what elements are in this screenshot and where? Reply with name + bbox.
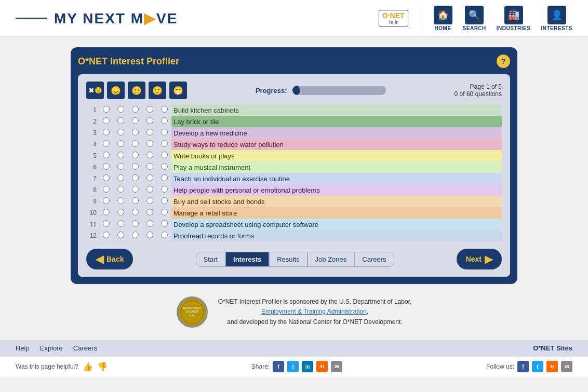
step-interests[interactable]: Interests <box>225 252 269 267</box>
radio-option-4[interactable] <box>142 150 157 161</box>
step-start[interactable]: Start <box>196 252 225 267</box>
table-row: 12Proofread records or forms <box>86 230 502 241</box>
row-number: 9 <box>86 196 99 207</box>
twitter-share-icon[interactable]: t <box>287 361 299 372</box>
radio-option-5[interactable] <box>157 184 171 196</box>
step-job-zones[interactable]: Job Zones <box>308 252 355 267</box>
radio-option-5[interactable] <box>157 150 171 161</box>
nav-interests[interactable]: 👤 INTERESTS <box>541 6 572 31</box>
home-icon: 🏠 <box>434 6 452 24</box>
radio-option-5[interactable] <box>157 196 171 207</box>
interests-label: INTERESTS <box>541 25 572 31</box>
radio-option-1[interactable] <box>99 173 113 184</box>
radio-option-1[interactable] <box>99 116 113 127</box>
footer-link-explore[interactable]: Explore <box>40 344 63 352</box>
table-row: 8Help people with personal or emotional … <box>86 184 502 196</box>
next-button[interactable]: Next ▶ <box>457 249 502 269</box>
radio-option-3[interactable] <box>128 127 142 139</box>
footer-link-careers[interactable]: Careers <box>73 344 97 352</box>
radio-option-2[interactable] <box>113 184 128 196</box>
radio-option-3[interactable] <box>128 139 142 150</box>
facebook-follow-icon[interactable]: f <box>517 361 529 372</box>
radio-option-3[interactable] <box>128 104 142 116</box>
radio-option-5[interactable] <box>157 139 171 150</box>
radio-option-1[interactable] <box>99 127 113 139</box>
radio-option-1[interactable] <box>99 104 113 116</box>
radio-option-3[interactable] <box>128 161 142 173</box>
radio-option-2[interactable] <box>113 196 128 207</box>
radio-option-3[interactable] <box>128 150 142 161</box>
radio-option-1[interactable] <box>99 230 113 241</box>
radio-option-5[interactable] <box>157 173 171 184</box>
row-number: 11 <box>86 219 99 230</box>
email-follow-icon[interactable]: ✉ <box>561 361 572 372</box>
thumbs-down-button[interactable]: 👎 <box>97 362 108 372</box>
svg-text:OF LABOR: OF LABOR <box>185 310 199 313</box>
onet-logo: O·NET in·it <box>379 10 408 26</box>
radio-option-1[interactable] <box>99 161 113 173</box>
radio-option-1[interactable] <box>99 139 113 150</box>
radio-option-5[interactable] <box>157 219 171 230</box>
radio-option-3[interactable] <box>128 116 142 127</box>
radio-option-4[interactable] <box>142 173 157 184</box>
step-careers[interactable]: Careers <box>354 252 394 267</box>
radio-option-1[interactable] <box>99 219 113 230</box>
radio-option-4[interactable] <box>142 127 157 139</box>
table-row: 11Develop a spreadsheet using computer s… <box>86 219 502 230</box>
radio-option-4[interactable] <box>142 104 157 116</box>
nav-home[interactable]: 🏠 HOME <box>434 6 452 31</box>
radio-option-3[interactable] <box>128 196 142 207</box>
radio-option-4[interactable] <box>142 230 157 241</box>
facebook-share-icon[interactable]: f <box>273 361 284 372</box>
radio-option-2[interactable] <box>113 207 128 219</box>
rss-share-icon[interactable]: ↻ <box>316 361 328 372</box>
table-row: 1Build kitchen cabinets <box>86 104 502 116</box>
radio-option-2[interactable] <box>113 127 128 139</box>
rss-follow-icon[interactable]: ↻ <box>546 361 558 372</box>
radio-option-1[interactable] <box>99 207 113 219</box>
radio-option-2[interactable] <box>113 173 128 184</box>
radio-option-5[interactable] <box>157 127 171 139</box>
radio-option-2[interactable] <box>113 104 128 116</box>
footer-link-help[interactable]: Help <box>16 344 30 352</box>
radio-option-5[interactable] <box>157 104 171 116</box>
radio-option-1[interactable] <box>99 150 113 161</box>
header: MY NEXT M▶VE O·NET in·it 🏠 HOME 🔍 SEARCH… <box>0 0 588 37</box>
radio-option-2[interactable] <box>113 150 128 161</box>
radio-option-4[interactable] <box>142 116 157 127</box>
radio-option-5[interactable] <box>157 230 171 241</box>
radio-option-3[interactable] <box>128 219 142 230</box>
thumbs-up-button[interactable]: 👍 <box>83 362 93 372</box>
radio-option-4[interactable] <box>142 139 157 150</box>
radio-option-2[interactable] <box>113 230 128 241</box>
radio-option-4[interactable] <box>142 219 157 230</box>
question-text: Buy and sell stocks and bonds <box>171 196 502 207</box>
radio-option-1[interactable] <box>99 184 113 196</box>
nav-industries[interactable]: 🏭 INDUSTRIES <box>497 6 531 31</box>
step-results[interactable]: Results <box>269 252 307 267</box>
radio-option-2[interactable] <box>113 219 128 230</box>
email-share-icon[interactable]: ✉ <box>331 361 342 372</box>
linkedin-share-icon[interactable]: in <box>302 361 313 372</box>
radio-option-4[interactable] <box>142 184 157 196</box>
radio-option-4[interactable] <box>142 207 157 219</box>
radio-option-4[interactable] <box>142 196 157 207</box>
nav-search[interactable]: 🔍 SEARCH <box>463 6 486 31</box>
twitter-follow-icon[interactable]: t <box>532 361 543 372</box>
radio-option-2[interactable] <box>113 116 128 127</box>
radio-option-3[interactable] <box>128 184 142 196</box>
radio-option-5[interactable] <box>157 161 171 173</box>
radio-option-5[interactable] <box>157 116 171 127</box>
help-button[interactable]: ? <box>497 55 510 68</box>
question-text: Develop a new medicine <box>171 127 502 139</box>
radio-option-3[interactable] <box>128 230 142 241</box>
radio-option-4[interactable] <box>142 161 157 173</box>
radio-option-5[interactable] <box>157 207 171 219</box>
radio-option-3[interactable] <box>128 173 142 184</box>
radio-option-2[interactable] <box>113 161 128 173</box>
sponsor-link[interactable]: Employment & Training Administration <box>261 308 367 315</box>
radio-option-1[interactable] <box>99 196 113 207</box>
radio-option-3[interactable] <box>128 207 142 219</box>
radio-option-2[interactable] <box>113 139 128 150</box>
back-button[interactable]: ◀ Back <box>86 249 133 269</box>
